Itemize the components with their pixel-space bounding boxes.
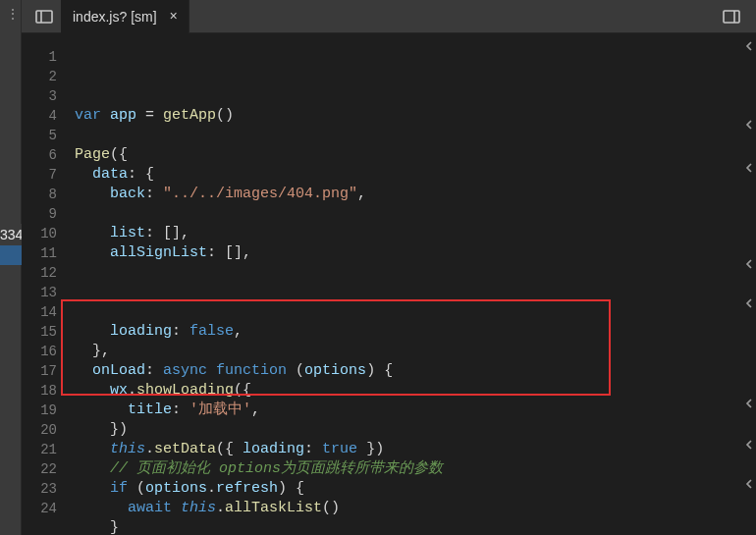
chevron-left-icon[interactable] — [744, 397, 754, 406]
line-number: 17 — [22, 361, 57, 381]
code-line[interactable]: onLoad: async function (options) { — [75, 361, 756, 381]
panel-right-icon[interactable] — [715, 0, 748, 33]
line-number: 9 — [22, 204, 57, 224]
code-line[interactable]: wx.showLoading({ — [75, 381, 756, 401]
left-gutter-strip: ⋮ — [0, 0, 22, 535]
line-number: 8 — [22, 185, 57, 204]
code-editor[interactable]: 123456789101112131415161718192021222324 … — [22, 33, 756, 535]
line-number: 1 — [22, 47, 57, 67]
panel-left-icon[interactable] — [27, 0, 61, 33]
line-number: 13 — [22, 283, 57, 302]
minimap-markers — [742, 33, 756, 535]
line-number: 3 — [22, 86, 57, 106]
line-number: 6 — [22, 145, 57, 165]
line-number: 15 — [22, 322, 57, 342]
line-number: 23 — [22, 479, 57, 499]
code-line[interactable]: // 页面初始化 options为页面跳转所带来的参数 — [75, 459, 756, 479]
tab-active[interactable]: index.js? [sm] × — [61, 0, 189, 33]
line-number: 18 — [22, 381, 57, 401]
svg-rect-0 — [36, 11, 52, 23]
code-line[interactable]: if (options.refresh) { — [75, 479, 756, 499]
line-number: 21 — [22, 440, 57, 459]
code-line[interactable]: await this.allTaskList() — [75, 499, 756, 518]
code-line[interactable]: this.setData({ loading: true }) — [75, 440, 756, 459]
line-number: 2 — [22, 67, 57, 86]
chevron-left-icon[interactable] — [744, 118, 754, 128]
svg-rect-2 — [724, 11, 739, 23]
tab-bar: index.js? [sm] × — [22, 0, 756, 33]
line-number: 12 — [22, 263, 57, 283]
line-indicator-overlay-strip — [0, 245, 22, 265]
close-icon[interactable]: × — [165, 8, 183, 26]
line-number: 24 — [22, 499, 57, 518]
line-number: 5 — [22, 126, 57, 145]
tab-title: index.js? [sm] — [73, 9, 157, 25]
chevron-left-icon[interactable] — [744, 296, 754, 306]
chevron-left-icon[interactable] — [744, 477, 754, 487]
code-line[interactable]: }, — [75, 342, 756, 361]
code-line[interactable]: Page({ — [75, 145, 756, 165]
line-number: 11 — [22, 243, 57, 263]
code-line[interactable] — [75, 204, 756, 224]
chevron-left-icon[interactable] — [744, 161, 754, 171]
line-number: 20 — [22, 420, 57, 440]
code-line[interactable] — [75, 283, 756, 302]
chevron-left-icon[interactable] — [744, 39, 754, 49]
code-line[interactable]: data: { — [75, 165, 756, 185]
line-number-gutter: 123456789101112131415161718192021222324 — [22, 33, 67, 535]
line-number: 16 — [22, 342, 57, 361]
chevron-left-icon[interactable] — [744, 438, 754, 448]
chevron-left-icon[interactable] — [744, 257, 754, 267]
code-line[interactable]: back: "../../images/404.png", — [75, 185, 756, 204]
drag-handle-icon[interactable]: ⋮ — [6, 6, 20, 23]
code-area[interactable]: var app = getApp()Page({ data: { back: "… — [67, 33, 756, 535]
code-line[interactable]: }) — [75, 420, 756, 440]
line-number: 19 — [22, 401, 57, 420]
line-number: 10 — [22, 224, 57, 243]
code-line[interactable] — [75, 126, 756, 145]
code-line[interactable]: } — [75, 518, 756, 535]
code-line[interactable]: allSignList: [], — [75, 243, 756, 263]
code-line[interactable]: list: [], — [75, 224, 756, 243]
code-line[interactable]: var app = getApp() — [75, 106, 756, 126]
line-number: 22 — [22, 459, 57, 479]
code-line[interactable] — [75, 263, 756, 283]
code-line[interactable]: title: '加载中', — [75, 401, 756, 420]
code-line[interactable]: loading: false, — [75, 322, 756, 342]
line-number: 14 — [22, 302, 57, 322]
code-line[interactable] — [75, 302, 756, 322]
line-number: 7 — [22, 165, 57, 185]
line-number: 4 — [22, 106, 57, 126]
